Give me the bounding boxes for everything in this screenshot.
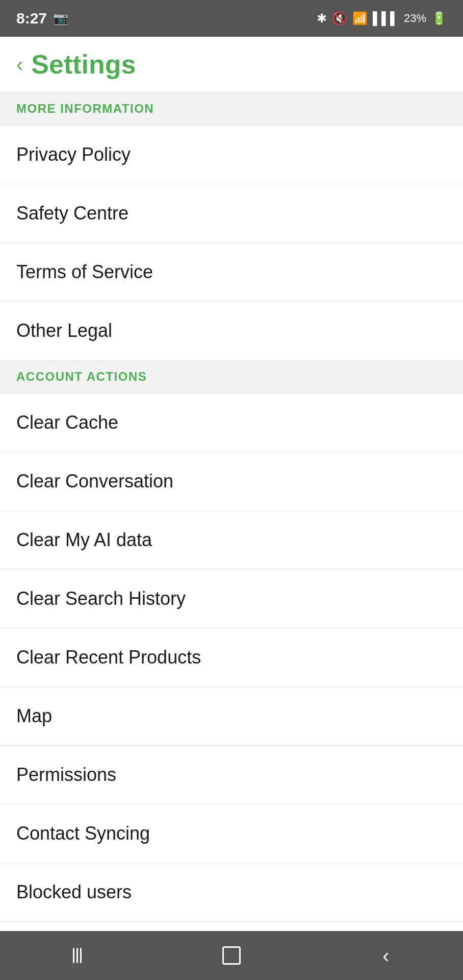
menu-item-label-privacy-policy: Privacy Policy: [16, 144, 131, 165]
nav-recent-button[interactable]: [57, 935, 97, 976]
menu-item-label-blocked-users: Blocked users: [16, 881, 132, 902]
menu-item-label-clear-cache: Clear Cache: [16, 412, 118, 433]
menu-item-label-map: Map: [16, 705, 52, 726]
menu-item-label-clear-search-history: Clear Search History: [16, 588, 186, 609]
menu-item-terms-of-service[interactable]: Terms of Service: [0, 243, 463, 302]
section-header-account-actions: ACCOUNT ACTIONS: [0, 360, 463, 394]
home-icon: [222, 946, 241, 965]
section-label-more-information: MORE INFORMATION: [16, 102, 154, 115]
menu-item-label-clear-recent-products: Clear Recent Products: [16, 647, 201, 668]
status-time: 8:27: [16, 10, 47, 27]
nav-back-button[interactable]: ‹: [366, 935, 406, 976]
battery-icon: 🔋: [431, 11, 447, 26]
menu-item-contact-syncing[interactable]: Contact Syncing: [0, 804, 463, 863]
recent-icon-line1: [73, 948, 74, 963]
menu-item-blocked-users[interactable]: Blocked users: [0, 863, 463, 922]
menu-item-clear-my-ai-data[interactable]: Clear My AI data: [0, 511, 463, 570]
camera-icon: 📷: [53, 11, 68, 26]
status-bar-right: ✱ 🔇 📶 ▌▌▌ 23% 🔋: [317, 11, 447, 26]
recent-icon-line2: [76, 948, 78, 963]
settings-content: MORE INFORMATION Privacy Policy Safety C…: [0, 92, 463, 931]
menu-item-clear-recent-products[interactable]: Clear Recent Products: [0, 628, 463, 687]
menu-item-label-safety-centre: Safety Centre: [16, 203, 128, 224]
wifi-icon: 📶: [352, 11, 368, 26]
page-title: Settings: [31, 49, 136, 80]
section-header-more-information: MORE INFORMATION: [0, 92, 463, 126]
back-button[interactable]: ‹: [16, 54, 23, 75]
nav-home-button[interactable]: [211, 935, 252, 976]
signal-icon: ▌▌▌: [373, 11, 399, 26]
menu-item-other-legal[interactable]: Other Legal: [0, 302, 463, 360]
menu-item-label-terms-of-service: Terms of Service: [16, 261, 153, 282]
nav-bar: ‹: [0, 931, 463, 980]
status-bar-left: 8:27 📷: [16, 10, 68, 27]
menu-item-label-other-legal: Other Legal: [16, 320, 112, 341]
mute-icon: 🔇: [332, 11, 347, 26]
menu-item-label-clear-my-ai-data: Clear My AI data: [16, 529, 152, 550]
menu-item-clear-search-history[interactable]: Clear Search History: [0, 570, 463, 628]
back-nav-icon: ‹: [382, 944, 389, 967]
bluetooth-icon: ✱: [317, 11, 327, 26]
menu-item-privacy-policy[interactable]: Privacy Policy: [0, 126, 463, 184]
menu-item-clear-conversation[interactable]: Clear Conversation: [0, 452, 463, 511]
menu-item-label-clear-conversation: Clear Conversation: [16, 471, 173, 492]
menu-item-map[interactable]: Map: [0, 687, 463, 746]
menu-item-label-contact-syncing: Contact Syncing: [16, 823, 150, 844]
section-label-account-actions: ACCOUNT ACTIONS: [16, 370, 147, 383]
recent-icon-line3: [80, 948, 82, 963]
battery-text: 23%: [404, 12, 426, 25]
menu-item-permissions[interactable]: Permissions: [0, 746, 463, 804]
menu-item-safety-centre[interactable]: Safety Centre: [0, 184, 463, 243]
header: ‹ Settings: [0, 37, 463, 92]
status-bar: 8:27 📷 ✱ 🔇 📶 ▌▌▌ 23% 🔋: [0, 0, 463, 37]
menu-item-label-permissions: Permissions: [16, 764, 116, 785]
menu-item-clear-cache[interactable]: Clear Cache: [0, 394, 463, 452]
